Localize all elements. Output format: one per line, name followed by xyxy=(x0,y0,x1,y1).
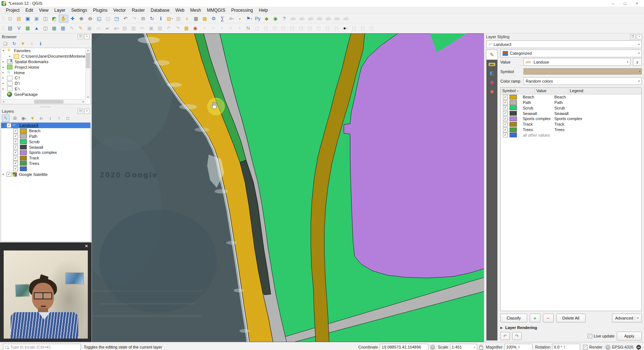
add-raster-layer-button[interactable]: ▦ xyxy=(24,25,32,32)
category-color-swatch[interactable] xyxy=(510,133,517,137)
map-canvas[interactable]: 2020 Google xyxy=(92,33,484,342)
layer-visibility-checkbox[interactable]: ✓ xyxy=(13,156,18,160)
tab-diagrams[interactable]: ◉ xyxy=(490,80,494,84)
minimize-button[interactable]: – xyxy=(612,1,614,6)
pan-map-tool[interactable]: ✋ xyxy=(59,15,68,22)
category-color-swatch[interactable] xyxy=(510,95,517,100)
category-row[interactable]: ✓ Sports complex Sports complex xyxy=(501,116,641,122)
delete-selected-button[interactable]: ▥ xyxy=(129,25,138,32)
help-contents-button[interactable]: ? xyxy=(280,15,289,22)
layer-labeling-button[interactable]: ab xyxy=(289,15,298,22)
layers-close-button[interactable]: × xyxy=(84,109,90,114)
reshape-features-button[interactable]: ◻ xyxy=(323,25,332,32)
expander-icon[interactable]: ▾ xyxy=(3,49,7,52)
refresh-button[interactable]: ↻ xyxy=(148,15,156,22)
undo-button[interactable]: ↶ xyxy=(165,25,173,32)
category-checkbox[interactable]: ✓ xyxy=(503,105,508,110)
expander-icon[interactable]: ▾ xyxy=(3,173,7,176)
new-project-button[interactable]: □ xyxy=(6,15,15,22)
render-checkbox[interactable]: ✓ xyxy=(583,345,587,349)
layers-undock-button[interactable]: ◳ xyxy=(78,109,83,114)
menu-item[interactable]: Web xyxy=(172,7,187,14)
add-vector-layer-button[interactable]: V xyxy=(15,25,24,32)
category-checkbox[interactable]: ✓ xyxy=(503,122,508,127)
processing-recent-2[interactable]: ◔ xyxy=(209,25,217,32)
expander-icon[interactable]: ▸ xyxy=(3,82,7,85)
layer-item[interactable]: ✓ Beach xyxy=(1,128,90,134)
python-console-button[interactable]: Py xyxy=(253,15,262,22)
add-ring-button[interactable]: ◻ xyxy=(279,25,288,32)
layer-rendering-section[interactable]: ▶ Layer Rendering xyxy=(500,325,642,330)
map-tips-button[interactable]: ◗ xyxy=(236,15,245,22)
category-checkbox[interactable]: ✓ xyxy=(503,111,508,116)
add-group-button[interactable]: ⊞ xyxy=(11,115,18,122)
expander-icon[interactable]: ▾ xyxy=(3,124,7,127)
zoom-to-layer-tool[interactable]: ◳ xyxy=(112,15,121,22)
map-theme-button[interactable]: ▦ xyxy=(59,25,68,32)
expand-all-button[interactable]: ↕ xyxy=(47,115,54,122)
category-color-swatch[interactable] xyxy=(510,122,517,127)
menu-item[interactable]: Settings xyxy=(68,7,90,14)
toolbar-grip[interactable] xyxy=(2,15,5,21)
style-redo-button[interactable]: ↷ xyxy=(512,332,522,340)
category-checkbox[interactable]: ✓ xyxy=(503,127,508,132)
move-feature-button[interactable]: ◻ xyxy=(253,25,262,32)
layer-item[interactable]: ✓ Path xyxy=(1,134,90,139)
value-field-select[interactable]: abc Landuse ▾ xyxy=(524,58,630,66)
browser-tree-item[interactable]: ▸ C:\ xyxy=(1,75,90,81)
zoom-to-selection-tool[interactable]: ◲ xyxy=(104,15,112,22)
add-category-button[interactable]: + xyxy=(530,314,540,322)
digitize-segment-button[interactable]: ▱ xyxy=(94,25,103,32)
menu-item[interactable]: Project xyxy=(3,7,22,14)
processing-recent-4[interactable]: ◔ xyxy=(226,25,235,32)
mmqgis-tool-2[interactable]: ◉ xyxy=(191,25,200,32)
expander-icon[interactable]: ▸ xyxy=(3,76,7,79)
category-checkbox[interactable]: ✓ xyxy=(503,133,508,137)
north-arrow-button[interactable]: N xyxy=(244,25,253,32)
layer-visibility-checkbox[interactable]: ✓ xyxy=(13,161,18,166)
layer-visibility-checkbox[interactable]: ✓ xyxy=(13,129,18,133)
pan-to-selection-tool[interactable]: ✚ xyxy=(68,15,77,22)
menu-item[interactable]: Mesh xyxy=(187,7,204,14)
crs-indicator[interactable]: EPSG:4326 xyxy=(612,345,633,349)
rotate-feature-button[interactable]: ◻ xyxy=(262,25,270,32)
field-calculator-button[interactable]: ▩ xyxy=(201,15,209,22)
measure-tool[interactable]: ≡▾ xyxy=(227,15,236,22)
styling-close-button[interactable]: × xyxy=(637,34,642,39)
delete-all-button[interactable]: Delete All xyxy=(556,314,586,322)
layer-visibility-checkbox[interactable]: ✓ xyxy=(7,123,11,128)
scale-lock-icon[interactable] xyxy=(479,346,483,350)
category-color-swatch[interactable] xyxy=(510,105,517,110)
category-row[interactable]: ✓ Path Path xyxy=(501,100,641,105)
category-color-swatch[interactable] xyxy=(510,111,517,116)
toolbar-grip[interactable] xyxy=(2,25,5,31)
add-polygon-feature-button[interactable]: ▰ xyxy=(103,25,112,32)
category-row[interactable]: ✓ Beach Beach xyxy=(501,94,641,100)
grass-tools-button[interactable]: ◆ xyxy=(262,15,271,22)
close-button[interactable]: × xyxy=(636,1,638,6)
processing-recent-1[interactable]: ◔ xyxy=(200,25,209,32)
color-ramp-select[interactable]: Random colors ▾ xyxy=(524,77,642,85)
browser-tree-item[interactable]: GeoPackage xyxy=(1,91,90,97)
category-checkbox[interactable]: ✓ xyxy=(503,100,508,105)
browser-horizontal-scrollbar[interactable]: ◄► xyxy=(1,99,86,104)
redo-button[interactable]: ↷ xyxy=(173,25,182,32)
identify-features-tool[interactable]: ℹ xyxy=(156,15,165,22)
text-annotation-button[interactable]: ◻ xyxy=(350,25,359,32)
category-checkbox[interactable]: ✓ xyxy=(503,116,508,121)
filter-by-expression-button[interactable]: ε▾ xyxy=(38,115,45,122)
save-project-button[interactable]: ▣ xyxy=(24,15,32,22)
select-features-tool[interactable]: ▧▾ xyxy=(165,15,174,22)
browser-properties-button[interactable]: ℹ xyxy=(37,40,44,47)
category-color-swatch[interactable] xyxy=(510,100,517,105)
expander-icon[interactable]: ▸ xyxy=(9,55,13,58)
category-color-swatch[interactable] xyxy=(510,116,517,121)
filter-legend-button[interactable]: ▼ xyxy=(29,115,36,122)
browser-filter-button[interactable]: ▼ xyxy=(19,40,26,47)
layer-item[interactable]: ▾ ✓ Google Satellite xyxy=(1,172,90,177)
save-layer-edits-button[interactable]: ▣ xyxy=(85,25,94,32)
menu-item[interactable]: Processing xyxy=(228,7,256,14)
tab-3d-view[interactable]: ◧ xyxy=(490,71,494,75)
advanced-button[interactable]: Advanced ▾ xyxy=(612,314,642,322)
layer-visibility-checkbox[interactable]: ✓ xyxy=(13,145,18,149)
